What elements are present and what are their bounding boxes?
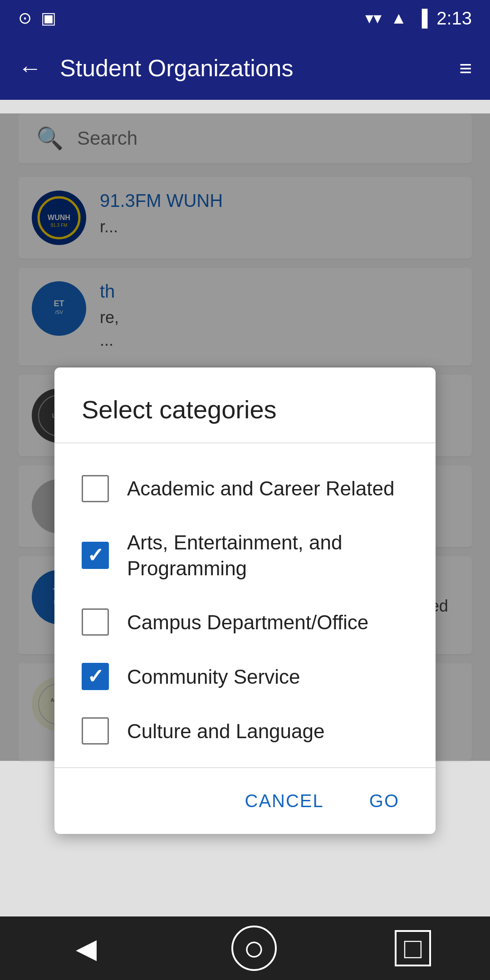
checkbox-campus[interactable] [82,608,109,636]
status-bar-right: ▾▾ ▲ ▐ 2:13 [365,8,472,29]
category-label-campus: Campus Department/Office [127,609,368,635]
category-modal: Select categories Academic and Career Re… [54,368,436,834]
wifi-icon: ▾▾ [365,9,382,28]
main-content: 🔍 WUNH 91.3 FM 91.3FM WUNH r... [0,113,490,761]
modal-divider [54,442,436,443]
status-bar: ⊙ ▣ ▾▾ ▲ ▐ 2:13 [0,0,490,36]
category-label-community: Community Service [127,664,300,690]
category-label-academic: Academic and Career Related [127,475,394,501]
category-item-culture[interactable]: Culture and Language [54,704,436,758]
back-button[interactable]: ← [18,54,42,82]
check-icon: ✓ [87,545,104,565]
checkbox-community[interactable]: ✓ [82,663,109,690]
category-label-arts: Arts, Entertainment, and Programming [127,529,408,581]
page-title: Student Organizations [60,54,441,82]
check-icon: ✓ [87,666,104,686]
signal-icon: ▲ [391,9,407,28]
battery-icon: ▐ [416,9,428,28]
status-time: 2:13 [436,8,472,29]
modal-actions: CANCEL GO [54,768,436,834]
status-bar-left: ⊙ ▣ [18,9,56,28]
spinner-icon: ⊙ [18,9,32,28]
checkbox-arts[interactable]: ✓ [82,542,109,569]
category-item-academic[interactable]: Academic and Career Related [54,461,436,516]
modal-title: Select categories [54,368,436,442]
category-item-arts[interactable]: ✓ Arts, Entertainment, and Programming [54,516,436,595]
category-label-culture: Culture and Language [127,718,324,744]
checkbox-culture[interactable] [82,717,109,745]
nav-home-button[interactable]: ○ [231,926,277,971]
nav-back-button[interactable]: ◀ [59,921,113,975]
category-list: Academic and Career Related ✓ Arts, Ente… [54,452,436,767]
category-item-campus[interactable]: Campus Department/Office [54,595,436,649]
cancel-button[interactable]: CANCEL [227,782,342,820]
nav-recents-button[interactable]: □ [395,930,431,966]
sim-icon: ▣ [41,9,56,28]
category-item-community[interactable]: ✓ Community Service [54,649,436,704]
app-bar: ← Student Organizations ≡ [0,36,490,100]
nav-bar: ◀ ○ □ [0,916,490,980]
go-button[interactable]: GO [351,782,417,820]
checkbox-academic[interactable] [82,475,109,502]
filter-button[interactable]: ≡ [459,56,472,81]
